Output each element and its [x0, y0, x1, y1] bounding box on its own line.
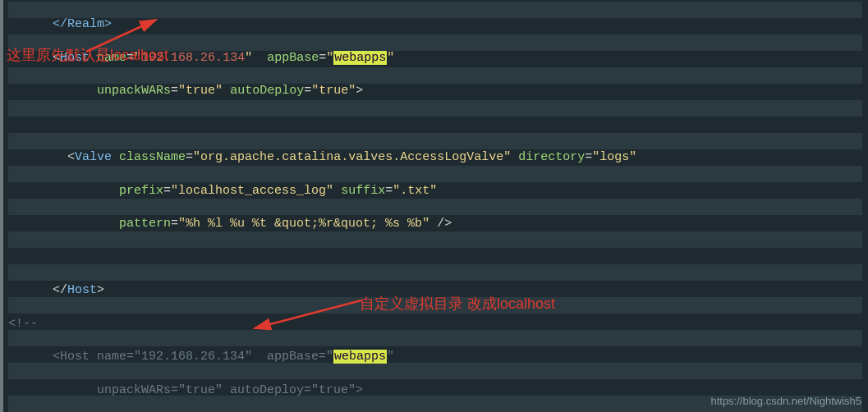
code-line-comment: <Host name="192.168.26.134" appBase="web… — [8, 349, 868, 365]
closing-tag: </Realm> — [53, 17, 112, 31]
code-line: prefix="localhost_access_log" suffix=".t… — [8, 183, 868, 199]
code-line-comment-start: <!-- — [8, 316, 868, 332]
highlight-webapps: webapps — [333, 51, 387, 65]
code-line-blank — [8, 117, 868, 133]
code-line-valve: <Valve className="org.apache.catalina.va… — [8, 149, 868, 166]
code-line-blank — [8, 249, 868, 266]
annotation-top: 这里原先默认是localhost — [7, 45, 168, 65]
highlight-webapps: webapps — [333, 350, 387, 364]
code-line-comment: unpackWARs="true" autoDeploy="true"> — [8, 382, 868, 399]
code-line: pattern="%h %l %u %t &quot;%r&quot; %s %… — [8, 216, 868, 232]
annotation-mid: 自定义虚拟目录 改成localhost — [360, 294, 555, 314]
code-line: </Realm> — [8, 16, 868, 33]
code-line: unpackWARs="true" autoDeploy="true"> — [8, 83, 868, 99]
